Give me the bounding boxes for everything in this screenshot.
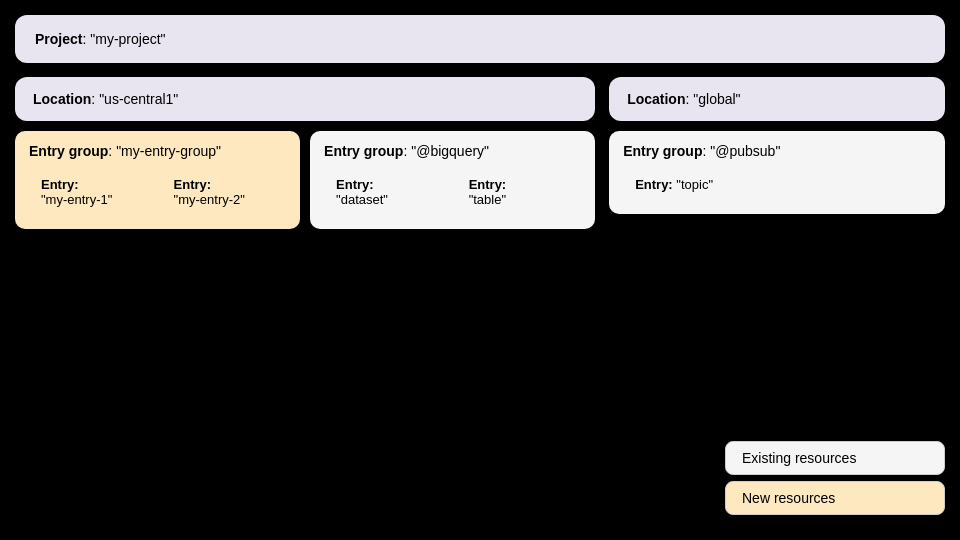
- entry-my-entry-2: Entry: "my-entry-2": [162, 167, 287, 217]
- legend-new-box: New resources: [725, 481, 945, 515]
- location-value-right: "global": [693, 91, 740, 107]
- legend-existing-label: Existing resources: [742, 450, 856, 466]
- location-box-global: Location: "global": [609, 77, 945, 121]
- entry-group-bigquery: Entry group: "@bigquery" Entry: "dataset…: [310, 131, 595, 229]
- legend-new: New resources: [725, 481, 945, 515]
- entry-topic: Entry: "topic": [623, 167, 725, 202]
- location-section-global: Location: "global" Entry group: "@pubsub…: [609, 77, 945, 229]
- locations-row: Location: "us-central1" Entry group: "my…: [15, 77, 945, 229]
- entry-group-pubsub: Entry group: "@pubsub" Entry: "topic": [609, 131, 945, 214]
- entry-groups-row-left: Entry group: "my-entry-group" Entry: "my…: [15, 131, 595, 229]
- right-inner: Location: "global" Entry group: "@pubsub…: [609, 77, 945, 214]
- legend-existing: Existing resources: [725, 441, 945, 475]
- entries-row-1: Entry: "my-entry-1" Entry: "my-entry-2": [29, 167, 286, 217]
- project-label: Project: [35, 31, 82, 47]
- entry-group-label-1: Entry group: "my-entry-group": [29, 143, 286, 159]
- entry-my-entry-1: Entry: "my-entry-1": [29, 167, 154, 217]
- entry-table: Entry: "table": [457, 167, 582, 217]
- entries-row-3: Entry: "topic": [623, 167, 931, 202]
- location-label-right: Location: [627, 91, 685, 107]
- location-section-us-central1: Location: "us-central1" Entry group: "my…: [15, 77, 595, 229]
- entry-group-label-2: Entry group: "@bigquery": [324, 143, 581, 159]
- location-value-left: "us-central1": [99, 91, 178, 107]
- project-box: Project: "my-project": [15, 15, 945, 63]
- location-label-left: Location: [33, 91, 91, 107]
- entry-dataset: Entry: "dataset": [324, 167, 449, 217]
- legend: Existing resources New resources: [725, 441, 945, 515]
- project-value: "my-project": [90, 31, 165, 47]
- legend-new-label: New resources: [742, 490, 835, 506]
- diagram: Project: "my-project" Location: "us-cent…: [15, 15, 945, 525]
- location-box-us-central1: Location: "us-central1": [15, 77, 595, 121]
- legend-existing-box: Existing resources: [725, 441, 945, 475]
- entries-row-2: Entry: "dataset" Entry: "table": [324, 167, 581, 217]
- entry-group-my-entry-group: Entry group: "my-entry-group" Entry: "my…: [15, 131, 300, 229]
- entry-group-label-3: Entry group: "@pubsub": [623, 143, 931, 159]
